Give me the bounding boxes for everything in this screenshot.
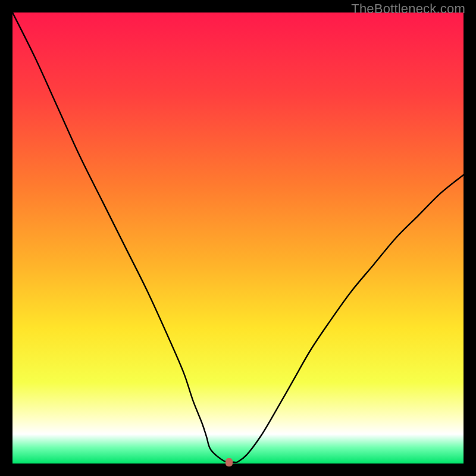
plot-area [12, 12, 464, 464]
watermark-text: TheBottleneck.com [351, 1, 465, 17]
chart-svg [12, 12, 464, 464]
optimal-point-marker [226, 458, 233, 466]
chart-frame: TheBottleneck.com [0, 0, 476, 476]
